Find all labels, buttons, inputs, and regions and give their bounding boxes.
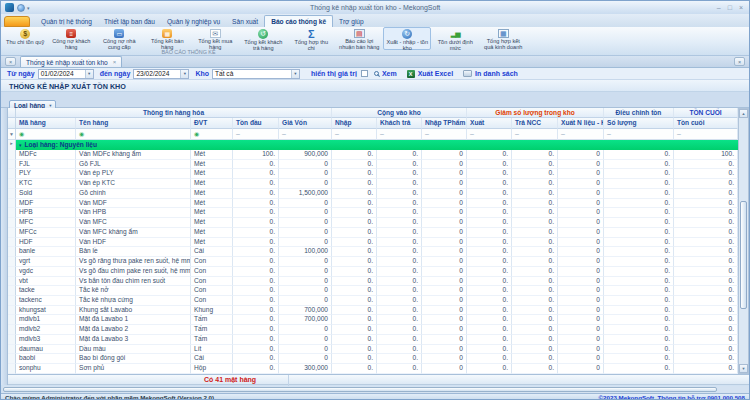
band-header-3[interactable]: Điều chỉnh tồn: [604, 108, 674, 118]
cell-r5-c2[interactable]: Mét: [191, 199, 233, 209]
cell-r7-c7[interactable]: 0: [422, 218, 467, 228]
cell-r11-c2[interactable]: Con: [191, 257, 233, 267]
cell-r14-c9[interactable]: 0.: [512, 286, 558, 296]
from-date-input[interactable]: 01/02/2024 ▾: [38, 69, 94, 79]
column-header-9[interactable]: Trả NCC: [512, 118, 558, 129]
cell-r21-c10[interactable]: 0: [558, 354, 604, 364]
column-header-7[interactable]: Nhập TPhẩm -...: [422, 118, 467, 129]
cell-r17-c6[interactable]: 0.: [377, 315, 422, 325]
table-row[interactable]: baobiBao bì đóng góiCái0.00.0.00.0.00.0.: [8, 354, 738, 364]
cell-r13-c4[interactable]: 0: [279, 277, 332, 287]
cell-r3-c6[interactable]: 0.: [377, 179, 422, 189]
cell-r14-c2[interactable]: Con: [191, 286, 233, 296]
cell-r16-c3[interactable]: 0.: [233, 306, 279, 316]
cell-r19-c7[interactable]: 0: [422, 335, 467, 345]
cell-r14-c8[interactable]: 0.: [467, 286, 512, 296]
cell-r17-c9[interactable]: 0.: [512, 315, 558, 325]
cell-r20-c12[interactable]: 0.: [674, 345, 738, 355]
cell-r1-c9[interactable]: 0.: [512, 160, 558, 170]
cell-r8-c3[interactable]: 0.: [233, 228, 279, 238]
cell-r10-c6[interactable]: 0.: [377, 247, 422, 257]
vertical-scrollbar[interactable]: ▲ ▼: [738, 108, 749, 374]
column-header-2[interactable]: ĐVT: [191, 118, 233, 129]
cell-r14-c6[interactable]: 0.: [377, 286, 422, 296]
cell-r22-c10[interactable]: 0: [558, 364, 604, 374]
cell-r11-c9[interactable]: 0.: [512, 257, 558, 267]
cell-r21-c11[interactable]: 0.: [604, 354, 674, 364]
cell-r3-c0[interactable]: KTC: [16, 179, 76, 189]
cell-r6-c8[interactable]: 0.: [467, 208, 512, 218]
table-row[interactable]: sonphuSơn phủHộp0.300,0000.0.00.0.00.0.: [8, 364, 738, 374]
table-row[interactable]: mdlvb1Mặt đá Lavabo 1Tấm0.700,0000.0.00.…: [8, 315, 738, 325]
ribbon-button-lowstock[interactable]: ▂▅Tồn dưới định mức: [431, 27, 479, 50]
cell-r6-c3[interactable]: 0.: [233, 208, 279, 218]
cell-r15-c2[interactable]: Con: [191, 296, 233, 306]
cell-r21-c1[interactable]: Bao bì đóng gói: [76, 354, 191, 364]
cell-r6-c6[interactable]: 0.: [377, 208, 422, 218]
table-row[interactable]: tackeTắc kê nởCon0.00.0.00.0.00.0.: [8, 286, 738, 296]
cell-r1-c6[interactable]: 0.: [377, 160, 422, 170]
cell-r10-c12[interactable]: 0.: [674, 247, 738, 257]
cell-r8-c0[interactable]: MFCc: [16, 228, 76, 238]
cell-r17-c7[interactable]: 0: [422, 315, 467, 325]
scroll-down-icon[interactable]: ▼: [739, 364, 748, 373]
cell-r13-c9[interactable]: 0.: [512, 277, 558, 287]
cell-r7-c1[interactable]: Ván MFC: [76, 218, 191, 228]
cell-r13-c0[interactable]: vbt: [16, 277, 76, 287]
cell-r4-c6[interactable]: 0.: [377, 189, 422, 199]
cell-r1-c10[interactable]: 0: [558, 160, 604, 170]
cell-r0-c4[interactable]: 900,000: [279, 150, 332, 160]
table-row[interactable]: SoldGỗ chínhMét0.1,500,0000.0.00.0.00.0.: [8, 189, 738, 199]
cell-r20-c10[interactable]: 0: [558, 345, 604, 355]
cell-r14-c4[interactable]: 0: [279, 286, 332, 296]
cell-r17-c8[interactable]: 0.: [467, 315, 512, 325]
column-header-8[interactable]: Xuất: [467, 118, 512, 129]
horizontal-scrollbar[interactable]: [2, 386, 749, 393]
cell-r5-c11[interactable]: 0.: [604, 199, 674, 209]
cell-r20-c8[interactable]: 0.: [467, 345, 512, 355]
cell-r16-c10[interactable]: 0: [558, 306, 604, 316]
cell-r21-c0[interactable]: baobi: [16, 354, 76, 364]
cell-r22-c2[interactable]: Hộp: [191, 364, 233, 374]
scroll-up-icon[interactable]: ▲: [739, 109, 748, 118]
column-header-10[interactable]: Xuất N liệu - K...: [558, 118, 604, 129]
cell-r0-c7[interactable]: 0: [422, 150, 467, 160]
cell-r17-c5[interactable]: 0.: [332, 315, 377, 325]
cell-r8-c8[interactable]: 0.: [467, 228, 512, 238]
cell-r21-c8[interactable]: 0.: [467, 354, 512, 364]
cell-r9-c11[interactable]: 0.: [604, 238, 674, 248]
cell-r22-c11[interactable]: 0.: [604, 364, 674, 374]
cell-r6-c5[interactable]: 0.: [332, 208, 377, 218]
minimize-icon[interactable]: –: [717, 3, 721, 12]
cell-r21-c4[interactable]: 0: [279, 354, 332, 364]
cell-r6-c1[interactable]: Ván HPB: [76, 208, 191, 218]
cell-r4-c10[interactable]: 0: [558, 189, 604, 199]
cell-r17-c10[interactable]: 0: [558, 315, 604, 325]
cell-r2-c5[interactable]: 0.: [332, 169, 377, 179]
cell-r9-c4[interactable]: 0: [279, 238, 332, 248]
cell-r3-c10[interactable]: 0: [558, 179, 604, 189]
cell-r9-c9[interactable]: 0.: [512, 238, 558, 248]
filter-cell-4[interactable]: –: [279, 129, 332, 140]
cell-r11-c10[interactable]: 0: [558, 257, 604, 267]
cell-r11-c7[interactable]: 0: [422, 257, 467, 267]
column-header-0[interactable]: Mã hàng: [16, 118, 76, 129]
cell-r15-c1[interactable]: Tắc kê nhựa cứng: [76, 296, 191, 306]
cell-r20-c7[interactable]: 0: [422, 345, 467, 355]
table-row[interactable]: tackencTắc kê nhựa cứngCon0.00.0.00.0.00…: [8, 296, 738, 306]
cell-r18-c7[interactable]: 0: [422, 325, 467, 335]
ribbon-tab-0[interactable]: Quản trị hệ thống: [35, 16, 98, 27]
cell-r9-c3[interactable]: 0.: [233, 238, 279, 248]
cell-r16-c8[interactable]: 0.: [467, 306, 512, 316]
warehouse-dropdown-icon[interactable]: ▾: [291, 70, 299, 78]
cell-r10-c5[interactable]: 0.: [332, 247, 377, 257]
cell-r13-c10[interactable]: 0: [558, 277, 604, 287]
cell-r19-c2[interactable]: Tấm: [191, 335, 233, 345]
cell-r15-c6[interactable]: 0.: [377, 296, 422, 306]
cell-r1-c8[interactable]: 0.: [467, 160, 512, 170]
cell-r0-c2[interactable]: Mét: [191, 150, 233, 160]
cell-r8-c2[interactable]: Mét: [191, 228, 233, 238]
cell-r20-c5[interactable]: 0.: [332, 345, 377, 355]
cell-r22-c9[interactable]: 0.: [512, 364, 558, 374]
cell-r12-c6[interactable]: 0.: [377, 267, 422, 277]
